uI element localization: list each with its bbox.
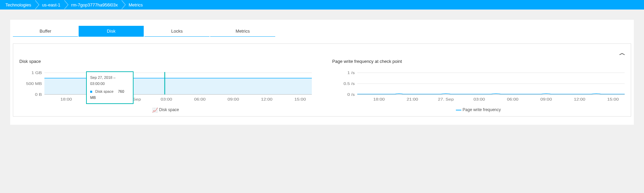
svg-text:12:00: 12:00 bbox=[574, 97, 585, 101]
chart-title: Disk space bbox=[19, 59, 312, 64]
svg-text:21:00: 21:00 bbox=[94, 97, 105, 101]
chart-legend: 📈 Disk space bbox=[19, 107, 312, 113]
breadcrumb-technologies[interactable]: Technologies bbox=[3, 0, 35, 10]
svg-text:1 /s: 1 /s bbox=[347, 71, 355, 75]
tabs: Buffer Disk Locks Metrics bbox=[13, 26, 632, 37]
tab-disk[interactable]: Disk bbox=[79, 26, 144, 37]
svg-text:06:00: 06:00 bbox=[194, 97, 206, 101]
chart-plot-area[interactable]: 1 GB 500 MB 0 B 18:00 21:00 27. Sep bbox=[19, 69, 312, 105]
disk-space-chart: Disk space 1 GB 500 MB 0 B bbox=[19, 59, 312, 113]
svg-text:18:00: 18:00 bbox=[373, 97, 385, 101]
svg-text:0.5 /s: 0.5 /s bbox=[343, 82, 355, 86]
page-write-chart: Page write frequency at check point 1 /s… bbox=[332, 59, 625, 113]
tab-metrics[interactable]: Metrics bbox=[210, 26, 275, 37]
svg-text:12:00: 12:00 bbox=[261, 97, 273, 101]
disk-panel: ︿ Disk space 1 GB 500 MB 0 B bbox=[13, 43, 631, 117]
line-series-icon bbox=[456, 110, 461, 110]
breadcrumb-region[interactable]: us-east-1 bbox=[40, 0, 64, 10]
breadcrumb-metrics[interactable]: Metrics bbox=[126, 0, 147, 10]
chart-legend: Page write frequency bbox=[332, 107, 625, 112]
chevron-right-icon bbox=[35, 0, 40, 10]
tab-locks[interactable]: Locks bbox=[144, 26, 209, 37]
chevron-right-icon bbox=[64, 0, 69, 10]
svg-text:0 /s: 0 /s bbox=[347, 92, 355, 96]
svg-text:1 GB: 1 GB bbox=[32, 71, 42, 75]
svg-text:15:00: 15:00 bbox=[295, 97, 306, 101]
metrics-card: Buffer Disk Locks Metrics ︿ Disk space bbox=[10, 20, 634, 125]
legend-label: Page write frequency bbox=[463, 107, 501, 112]
svg-text:03:00: 03:00 bbox=[161, 97, 172, 101]
svg-text:21:00: 21:00 bbox=[407, 97, 418, 101]
svg-text:06:00: 06:00 bbox=[507, 97, 519, 101]
svg-text:15:00: 15:00 bbox=[607, 97, 619, 101]
tab-buffer[interactable]: Buffer bbox=[13, 26, 78, 37]
svg-text:27. Sep: 27. Sep bbox=[438, 97, 454, 101]
svg-text:27. Sep: 27. Sep bbox=[125, 97, 141, 101]
collapse-toggle[interactable]: ︿ bbox=[619, 50, 625, 56]
chart-title: Page write frequency at check point bbox=[332, 59, 625, 64]
svg-text:09:00: 09:00 bbox=[540, 97, 552, 101]
svg-text:09:00: 09:00 bbox=[227, 97, 239, 101]
svg-text:0 B: 0 B bbox=[35, 92, 42, 96]
svg-text:500 MB: 500 MB bbox=[26, 82, 42, 86]
area-chart-icon: 📈 bbox=[152, 107, 158, 113]
breadcrumb: Technologies us-east-1 rm-7gop3777ha956l… bbox=[0, 0, 644, 10]
chevron-right-icon bbox=[122, 0, 126, 10]
svg-text:18:00: 18:00 bbox=[60, 97, 72, 101]
chart-plot-area[interactable]: 1 /s 0.5 /s 0 /s 18:00 21:00 27. Sep 03:… bbox=[332, 69, 625, 105]
svg-text:03:00: 03:00 bbox=[474, 97, 485, 101]
legend-label: Disk space bbox=[159, 107, 179, 112]
chevron-up-icon: ︿ bbox=[619, 50, 625, 56]
breadcrumb-instance[interactable]: rm-7gop3777ha956l03x bbox=[69, 0, 122, 10]
